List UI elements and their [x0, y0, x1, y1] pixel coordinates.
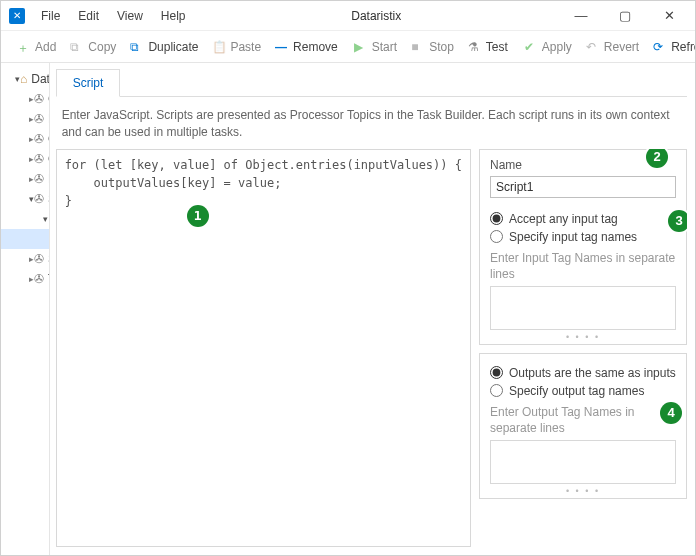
title-bar: File Edit View Help Dataristix — ▢ ✕ — [1, 1, 695, 31]
duplicate-button[interactable]: Duplicate — [124, 37, 204, 57]
radio-outputs-same[interactable] — [490, 366, 503, 379]
maximize-button[interactable]: ▢ — [603, 2, 647, 30]
tree-script1[interactable]: Script1 — [1, 229, 50, 249]
tree-rest[interactable]: REST — [1, 169, 49, 189]
toolbar: Add Copy Duplicate Paste Remove Start St… — [1, 31, 695, 63]
minimize-button[interactable]: — — [559, 2, 603, 30]
menu-view[interactable]: View — [109, 5, 151, 27]
stop-button[interactable]: Stop — [405, 37, 460, 57]
apply-button[interactable]: Apply — [518, 37, 578, 57]
refresh-button[interactable]: Refresh — [647, 37, 696, 57]
radio-specify-output[interactable] — [490, 384, 503, 397]
tree-configuration[interactable]: Configuration — [1, 89, 49, 109]
revert-icon — [586, 40, 600, 54]
radio-outputs-same-label: Outputs are the same as inputs — [509, 366, 676, 380]
input-tags-hint: Enter Input Tag Names in separate lines — [490, 250, 676, 282]
start-icon — [354, 40, 368, 54]
sidebar: Dataristix (local) Configuration MQTT OD… — [1, 63, 50, 555]
tree-opcua[interactable]: OPC UA — [1, 149, 49, 169]
code-editor[interactable]: for (let [key, value] of Object.entries(… — [56, 149, 471, 547]
name-label: Name — [490, 158, 676, 172]
test-icon — [468, 40, 482, 54]
remove-button[interactable]: Remove — [269, 37, 344, 57]
script-hint: Enter JavaScript. Scripts are presented … — [56, 97, 687, 149]
tree-tasks[interactable]: Tasks — [1, 269, 49, 289]
test-button[interactable]: Test — [462, 37, 514, 57]
output-tags-hint: Enter Output Tag Names in separate lines — [490, 404, 676, 436]
tab-strip: Script — [56, 69, 687, 97]
stop-icon — [411, 40, 425, 54]
menu-file[interactable]: File — [33, 5, 68, 27]
tree-script[interactable]: Script — [1, 189, 49, 209]
plug-icon — [34, 92, 44, 106]
plug-icon — [34, 172, 44, 186]
copy-button[interactable]: Copy — [64, 37, 122, 57]
output-tags-list[interactable] — [490, 440, 676, 484]
tree-scripts-folder[interactable]: Scripts — [1, 209, 49, 229]
main-content: Script Enter JavaScript. Scripts are pre… — [50, 63, 695, 555]
close-button[interactable]: ✕ — [647, 2, 691, 30]
plug-icon — [34, 272, 44, 286]
refresh-icon — [653, 40, 667, 54]
duplicate-icon — [130, 40, 144, 54]
input-tags-list[interactable] — [490, 286, 676, 330]
add-button[interactable]: Add — [11, 37, 62, 57]
output-group: Outputs are the same as inputs Specify o… — [479, 353, 687, 499]
resize-grip[interactable]: • • • • — [490, 486, 676, 492]
window-title: Dataristix — [194, 9, 559, 23]
plug-icon — [34, 132, 44, 146]
paste-icon — [212, 40, 226, 54]
menu-bar: File Edit View Help — [33, 5, 194, 27]
tree-root-label: Dataristix (local) — [31, 72, 49, 86]
home-icon — [20, 72, 27, 86]
resize-grip[interactable]: • • • • — [490, 332, 676, 338]
script-name-input[interactable] — [490, 176, 676, 198]
radio-accept-any-input[interactable] — [490, 212, 503, 225]
radio-specify-output-label: Specify output tag names — [509, 384, 644, 398]
tab-script[interactable]: Script — [56, 69, 121, 97]
menu-edit[interactable]: Edit — [70, 5, 107, 27]
menu-help[interactable]: Help — [153, 5, 194, 27]
plug-icon — [34, 112, 44, 126]
tree-odbc[interactable]: ODBC — [1, 129, 49, 149]
revert-button[interactable]: Revert — [580, 37, 645, 57]
plug-icon — [34, 192, 44, 206]
tree-root[interactable]: Dataristix (local) — [1, 69, 49, 89]
tree-soap[interactable]: SOAP — [1, 249, 49, 269]
input-group: Name Accept any input tag Specify input … — [479, 149, 687, 345]
start-button[interactable]: Start — [348, 37, 403, 57]
plug-icon — [34, 152, 44, 166]
copy-icon — [70, 40, 84, 54]
plus-icon — [17, 40, 31, 54]
radio-accept-any-label: Accept any input tag — [509, 212, 618, 226]
tree-mqtt[interactable]: MQTT — [1, 109, 49, 129]
app-icon — [9, 8, 25, 24]
radio-specify-input[interactable] — [490, 230, 503, 243]
plug-icon — [34, 252, 44, 266]
remove-icon — [275, 40, 289, 54]
apply-icon — [524, 40, 538, 54]
window-controls: — ▢ ✕ — [559, 2, 691, 30]
radio-specify-input-label: Specify input tag names — [509, 230, 637, 244]
callout-1: 1 — [187, 205, 209, 227]
code-text: for (let [key, value] of Object.entries(… — [65, 158, 462, 208]
paste-button[interactable]: Paste — [206, 37, 267, 57]
